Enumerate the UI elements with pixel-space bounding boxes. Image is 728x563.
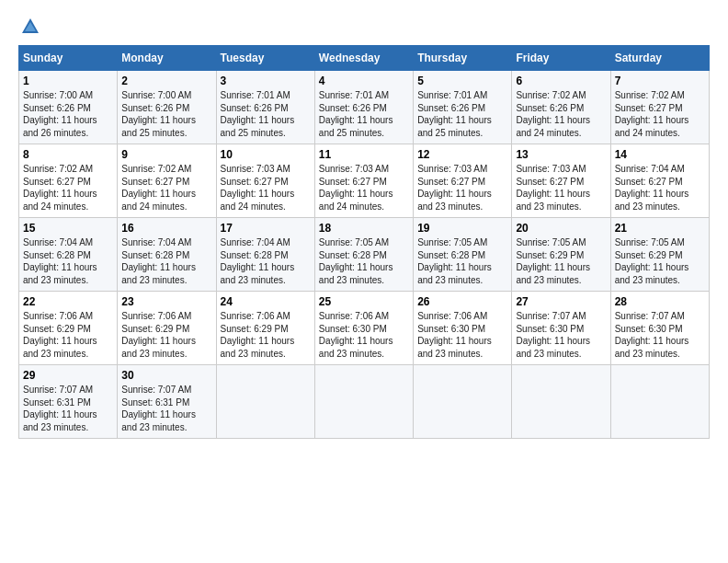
calendar-header-row: SundayMondayTuesdayWednesdayThursdayFrid… (19, 46, 710, 71)
calendar-cell: 5Sunrise: 7:01 AM Sunset: 6:26 PM Daylig… (414, 71, 512, 144)
calendar-cell: 14Sunrise: 7:04 AM Sunset: 6:27 PM Dayli… (610, 144, 709, 218)
calendar-cell (512, 365, 610, 439)
calendar-cell: 19Sunrise: 7:05 AM Sunset: 6:28 PM Dayli… (414, 218, 512, 292)
calendar-cell: 26Sunrise: 7:06 AM Sunset: 6:30 PM Dayli… (414, 292, 512, 365)
day-info: Sunrise: 7:07 AM Sunset: 6:30 PM Dayligh… (516, 310, 606, 360)
day-number: 12 (417, 148, 507, 161)
day-number: 7 (615, 75, 705, 87)
day-info: Sunrise: 7:04 AM Sunset: 6:28 PM Dayligh… (23, 236, 113, 286)
calendar-cell: 10Sunrise: 7:03 AM Sunset: 6:27 PM Dayli… (216, 144, 314, 218)
calendar-week-2: 8Sunrise: 7:02 AM Sunset: 6:27 PM Daylig… (19, 144, 710, 218)
day-info: Sunrise: 7:06 AM Sunset: 6:29 PM Dayligh… (121, 310, 211, 360)
calendar-cell: 13Sunrise: 7:03 AM Sunset: 6:27 PM Dayli… (512, 144, 610, 218)
calendar-cell: 12Sunrise: 7:03 AM Sunset: 6:27 PM Dayli… (414, 144, 512, 218)
day-number: 23 (121, 295, 211, 308)
calendar-cell: 29Sunrise: 7:07 AM Sunset: 6:31 PM Dayli… (19, 365, 118, 439)
day-number: 16 (121, 222, 211, 235)
header-day-tuesday: Tuesday (216, 46, 314, 71)
day-number: 4 (319, 75, 409, 87)
day-info: Sunrise: 7:00 AM Sunset: 6:26 PM Dayligh… (121, 89, 211, 139)
calendar-wrapper: SundayMondayTuesdayWednesdayThursdayFrid… (9, 45, 719, 439)
header-day-sunday: Sunday (19, 46, 118, 71)
calendar-cell: 6Sunrise: 7:02 AM Sunset: 6:26 PM Daylig… (512, 71, 610, 144)
day-info: Sunrise: 7:03 AM Sunset: 6:27 PM Dayligh… (417, 163, 507, 213)
logo-icon (20, 17, 40, 37)
day-number: 28 (615, 295, 705, 308)
day-info: Sunrise: 7:04 AM Sunset: 6:28 PM Dayligh… (221, 236, 311, 286)
day-number: 20 (516, 222, 606, 235)
day-number: 2 (121, 75, 211, 87)
day-info: Sunrise: 7:06 AM Sunset: 6:30 PM Dayligh… (417, 310, 507, 360)
calendar-cell (610, 365, 709, 439)
calendar-cell: 25Sunrise: 7:06 AM Sunset: 6:30 PM Dayli… (314, 292, 413, 365)
day-number: 8 (23, 148, 113, 161)
day-info: Sunrise: 7:03 AM Sunset: 6:27 PM Dayligh… (319, 163, 409, 213)
calendar-cell: 28Sunrise: 7:07 AM Sunset: 6:30 PM Dayli… (610, 292, 709, 365)
calendar-cell: 8Sunrise: 7:02 AM Sunset: 6:27 PM Daylig… (19, 144, 118, 218)
day-info: Sunrise: 7:03 AM Sunset: 6:27 PM Dayligh… (221, 163, 311, 213)
calendar-cell: 27Sunrise: 7:07 AM Sunset: 6:30 PM Dayli… (512, 292, 610, 365)
day-number: 14 (615, 148, 705, 161)
day-number: 21 (615, 222, 705, 235)
calendar-cell: 16Sunrise: 7:04 AM Sunset: 6:28 PM Dayli… (118, 218, 216, 292)
day-info: Sunrise: 7:07 AM Sunset: 6:30 PM Dayligh… (615, 310, 705, 360)
header-day-monday: Monday (118, 46, 216, 71)
day-info: Sunrise: 7:01 AM Sunset: 6:26 PM Dayligh… (319, 89, 409, 139)
calendar-cell: 2Sunrise: 7:00 AM Sunset: 6:26 PM Daylig… (118, 71, 216, 144)
calendar-cell: 9Sunrise: 7:02 AM Sunset: 6:27 PM Daylig… (118, 144, 216, 218)
day-info: Sunrise: 7:05 AM Sunset: 6:29 PM Dayligh… (615, 236, 705, 286)
day-number: 27 (516, 295, 606, 308)
day-info: Sunrise: 7:04 AM Sunset: 6:27 PM Dayligh… (615, 163, 705, 213)
day-info: Sunrise: 7:00 AM Sunset: 6:26 PM Dayligh… (23, 89, 113, 139)
day-info: Sunrise: 7:05 AM Sunset: 6:28 PM Dayligh… (319, 236, 409, 286)
day-number: 15 (23, 222, 113, 235)
calendar-week-4: 22Sunrise: 7:06 AM Sunset: 6:29 PM Dayli… (19, 292, 710, 365)
day-info: Sunrise: 7:03 AM Sunset: 6:27 PM Dayligh… (516, 163, 606, 213)
day-info: Sunrise: 7:07 AM Sunset: 6:31 PM Dayligh… (23, 384, 113, 433)
day-number: 1 (23, 75, 113, 87)
calendar-cell: 24Sunrise: 7:06 AM Sunset: 6:29 PM Dayli… (216, 292, 314, 365)
page-header (9, 9, 719, 45)
day-info: Sunrise: 7:05 AM Sunset: 6:28 PM Dayligh… (417, 236, 507, 286)
day-info: Sunrise: 7:06 AM Sunset: 6:29 PM Dayligh… (23, 310, 113, 360)
day-info: Sunrise: 7:05 AM Sunset: 6:29 PM Dayligh… (516, 236, 606, 286)
day-number: 9 (121, 148, 211, 161)
day-info: Sunrise: 7:06 AM Sunset: 6:30 PM Dayligh… (319, 310, 409, 360)
day-number: 5 (417, 75, 507, 87)
calendar-cell: 17Sunrise: 7:04 AM Sunset: 6:28 PM Dayli… (216, 218, 314, 292)
calendar-table: SundayMondayTuesdayWednesdayThursdayFrid… (18, 45, 710, 439)
day-info: Sunrise: 7:02 AM Sunset: 6:26 PM Dayligh… (516, 89, 606, 139)
header-day-thursday: Thursday (414, 46, 512, 71)
calendar-cell: 11Sunrise: 7:03 AM Sunset: 6:27 PM Dayli… (314, 144, 413, 218)
day-number: 18 (319, 222, 409, 235)
calendar-cell: 15Sunrise: 7:04 AM Sunset: 6:28 PM Dayli… (19, 218, 118, 292)
day-number: 13 (516, 148, 606, 161)
header-day-saturday: Saturday (610, 46, 709, 71)
day-number: 11 (319, 148, 409, 161)
calendar-cell: 1Sunrise: 7:00 AM Sunset: 6:26 PM Daylig… (19, 71, 118, 144)
day-info: Sunrise: 7:01 AM Sunset: 6:26 PM Dayligh… (221, 89, 311, 139)
calendar-week-5: 29Sunrise: 7:07 AM Sunset: 6:31 PM Dayli… (19, 365, 710, 439)
calendar-cell: 4Sunrise: 7:01 AM Sunset: 6:26 PM Daylig… (314, 71, 413, 144)
day-number: 10 (221, 148, 311, 161)
calendar-cell: 3Sunrise: 7:01 AM Sunset: 6:26 PM Daylig… (216, 71, 314, 144)
day-number: 6 (516, 75, 606, 87)
day-info: Sunrise: 7:01 AM Sunset: 6:26 PM Dayligh… (417, 89, 507, 139)
day-number: 29 (23, 369, 113, 382)
day-info: Sunrise: 7:06 AM Sunset: 6:29 PM Dayligh… (221, 310, 311, 360)
calendar-cell (216, 365, 314, 439)
calendar-cell: 7Sunrise: 7:02 AM Sunset: 6:27 PM Daylig… (610, 71, 709, 144)
day-info: Sunrise: 7:04 AM Sunset: 6:28 PM Dayligh… (121, 236, 211, 286)
calendar-cell: 18Sunrise: 7:05 AM Sunset: 6:28 PM Dayli… (314, 218, 413, 292)
calendar-cell: 20Sunrise: 7:05 AM Sunset: 6:29 PM Dayli… (512, 218, 610, 292)
day-number: 24 (221, 295, 311, 308)
day-number: 30 (121, 369, 211, 382)
calendar-cell: 23Sunrise: 7:06 AM Sunset: 6:29 PM Dayli… (118, 292, 216, 365)
calendar-week-3: 15Sunrise: 7:04 AM Sunset: 6:28 PM Dayli… (19, 218, 710, 292)
calendar-cell: 30Sunrise: 7:07 AM Sunset: 6:31 PM Dayli… (118, 365, 216, 439)
header-day-friday: Friday (512, 46, 610, 71)
calendar-cell: 22Sunrise: 7:06 AM Sunset: 6:29 PM Dayli… (19, 292, 118, 365)
day-number: 22 (23, 295, 113, 308)
logo (18, 17, 42, 41)
day-number: 26 (417, 295, 507, 308)
